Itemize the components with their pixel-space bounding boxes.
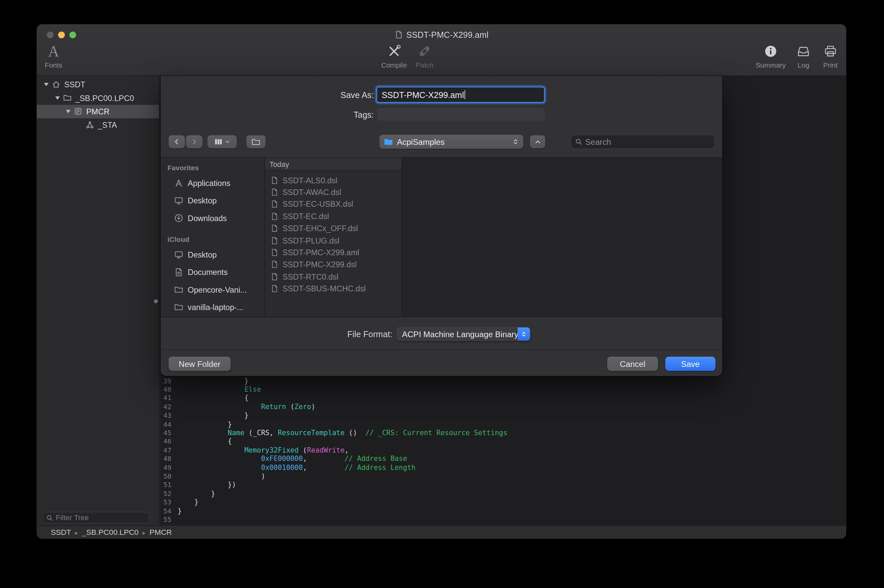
code-line-42: 42 Return (Zero) bbox=[160, 402, 846, 411]
file-item-ssdt-ehcx-off-dsl[interactable]: SSDT-EHCx_OFF.dsl bbox=[265, 222, 402, 234]
file-group-header: Today bbox=[265, 158, 402, 171]
code-text: Return (Zero) bbox=[174, 403, 315, 411]
save-as-value: SSDT-PMC-X299.aml bbox=[382, 90, 464, 100]
sidebar-item-label: Opencore-Vani... bbox=[188, 285, 247, 294]
code-line-48: 48 0xFE000000, // Address Base bbox=[160, 454, 846, 463]
splitter-handle[interactable] bbox=[154, 299, 158, 303]
code-line-45: 45 Name (_CRS, ResourceTemplate () // _C… bbox=[160, 429, 846, 437]
code-text: } bbox=[174, 377, 249, 385]
file-list-column: Today SSDT-ALS0.dslSSDT-AWAC.dslSSDT-EC-… bbox=[265, 158, 402, 317]
save-button[interactable]: Save bbox=[665, 357, 715, 371]
file-item-ssdt-als0-dsl[interactable]: SSDT-ALS0.dsl bbox=[265, 174, 402, 186]
sidebar-item-desktop[interactable]: Desktop bbox=[161, 192, 264, 209]
tags-label: Tags: bbox=[354, 110, 374, 120]
file-format-value: ACPI Machine Language Binary bbox=[402, 330, 518, 339]
line-number: 51 bbox=[160, 481, 174, 489]
title-row: SSDT-PMC-X299.aml bbox=[37, 29, 846, 40]
file-item-ssdt-ec-dsl[interactable]: SSDT-EC.dsl bbox=[265, 210, 402, 222]
cancel-button[interactable]: Cancel bbox=[607, 357, 658, 371]
toolbar-log-button[interactable]: Log bbox=[788, 42, 819, 74]
line-number: 53 bbox=[160, 498, 174, 506]
sidebar-item-label: Downloads bbox=[188, 213, 227, 222]
tags-input[interactable] bbox=[378, 108, 545, 121]
search-placeholder: Search bbox=[585, 137, 611, 146]
file-format-label: File Format: bbox=[347, 329, 392, 339]
sidebar-item-documents[interactable]: Documents bbox=[161, 263, 264, 280]
file-item-ssdt-rtc0-dsl[interactable]: SSDT-RTC0.dsl bbox=[265, 271, 402, 283]
tree-item-ssdt[interactable]: SSDT bbox=[37, 78, 159, 91]
search-input[interactable]: Search bbox=[570, 135, 715, 149]
sidebar-item-label: Applications bbox=[188, 178, 230, 187]
home-icon bbox=[52, 80, 61, 89]
desktop-icon bbox=[174, 196, 183, 205]
tree-item-sta[interactable]: _STA bbox=[37, 118, 159, 132]
file-item-ssdt-ec-usbx-dsl[interactable]: SSDT-EC-USBX.dsl bbox=[265, 198, 402, 210]
tree-item-sb-pc00-lpc0[interactable]: _SB.PC00.LPC0 bbox=[37, 91, 159, 105]
line-number: 43 bbox=[160, 411, 174, 419]
code-line-55: 55 bbox=[160, 515, 846, 524]
file-item-ssdt-sbus-mchc-dsl[interactable]: SSDT-SBUS-MCHC.dsl bbox=[265, 283, 402, 295]
sidebar-item-label: vanilla-laptop-... bbox=[188, 302, 243, 311]
file-item-ssdt-pmc-x299-dsl[interactable]: SSDT-PMC-X299.dsl bbox=[265, 258, 402, 271]
tree-item-label: _STA bbox=[98, 121, 117, 130]
file-item-ssdt-awac-dsl[interactable]: SSDT-AWAC.dsl bbox=[265, 186, 402, 198]
file-browser: Favorites ApplicationsDesktopDownloads i… bbox=[161, 158, 722, 317]
code-text: }) bbox=[174, 481, 236, 489]
acpi-tree: SSDT_SB.PC00.LPC0PMCR_STA bbox=[37, 78, 159, 132]
toolbar-summary-button[interactable]: Summary bbox=[755, 42, 786, 74]
line-number: 48 bbox=[160, 455, 174, 463]
back-button[interactable] bbox=[169, 135, 185, 148]
folder-action-button[interactable] bbox=[246, 135, 265, 148]
code-line-52: 52 } bbox=[160, 489, 846, 498]
save-as-input[interactable]: SSDT-PMC-X299.aml bbox=[377, 87, 545, 102]
file-item-ssdt-pmc-x299-aml[interactable]: SSDT-PMC-X299.aml bbox=[265, 246, 402, 258]
tree-item-label: SSDT bbox=[64, 80, 85, 89]
location-value: AcpiSamples bbox=[397, 137, 509, 146]
screen: SSDT-PMC-X299.aml A Fonts Compile Patch … bbox=[0, 0, 884, 588]
forward-button[interactable] bbox=[186, 135, 203, 148]
line-number: 52 bbox=[160, 490, 174, 498]
code-line-40: 40 Else bbox=[160, 385, 846, 394]
toolbar-patch-button[interactable]: Patch bbox=[409, 42, 440, 74]
toolbar-compile-button[interactable]: Compile bbox=[379, 42, 409, 74]
tree-item-pmcr[interactable]: PMCR bbox=[37, 105, 159, 118]
code-line-43: 43 } bbox=[160, 411, 846, 420]
disclosure-triangle-icon[interactable] bbox=[66, 110, 70, 113]
toolbar-print-button[interactable]: Print bbox=[815, 42, 846, 74]
sidebar-item-downloads[interactable]: Downloads bbox=[161, 209, 264, 226]
filter-tree-input[interactable]: Filter Tree bbox=[42, 512, 149, 524]
sidebar-item-opencore-vani[interactable]: Opencore-Vani... bbox=[161, 280, 264, 298]
new-folder-button[interactable]: New Folder bbox=[169, 357, 231, 371]
code-line-54: 54} bbox=[160, 507, 846, 515]
status-breadcrumb: SSDT▸_SB.PC00.LPC0▸PMCR bbox=[37, 525, 846, 538]
view-mode-button[interactable] bbox=[207, 135, 237, 148]
toolbar-summary-label: Summary bbox=[755, 62, 786, 70]
code-text: 0x00010000, // Address Length bbox=[174, 464, 416, 472]
folder-icon bbox=[252, 137, 261, 146]
line-number: 45 bbox=[160, 429, 174, 437]
sidebar-item-applications[interactable]: Applications bbox=[161, 174, 264, 192]
code-line-44: 44 } bbox=[160, 420, 846, 429]
code-text: } bbox=[174, 411, 249, 419]
code-text bbox=[174, 516, 182, 524]
sidebar-item-vanilla-laptop[interactable]: vanilla-laptop-... bbox=[161, 298, 264, 315]
sidebar-item-desktop[interactable]: Desktop bbox=[161, 246, 264, 263]
search-icon bbox=[46, 514, 53, 521]
disclosure-triangle-icon[interactable] bbox=[55, 96, 59, 100]
breadcrumb-item: SSDT bbox=[51, 528, 71, 537]
file-item-ssdt-plug-dsl[interactable]: SSDT-PLUG.dsl bbox=[265, 234, 402, 246]
document-icon bbox=[271, 273, 279, 280]
toolbar-fonts-button[interactable]: A Fonts bbox=[39, 42, 69, 74]
toolbar-log-label: Log bbox=[798, 62, 809, 70]
info-icon bbox=[763, 42, 778, 60]
line-number: 44 bbox=[160, 420, 174, 428]
disclosure-triangle-icon[interactable] bbox=[44, 83, 48, 86]
toolbar-print-label: Print bbox=[823, 62, 837, 70]
tray-icon bbox=[796, 42, 811, 60]
up-directory-button[interactable] bbox=[530, 135, 545, 148]
code-line-47: 47 Memory32Fixed (ReadWrite, bbox=[160, 446, 846, 454]
code-text: { bbox=[174, 438, 232, 446]
location-popup[interactable]: AcpiSamples bbox=[380, 135, 523, 149]
file-format-popup[interactable]: ACPI Machine Language Binary bbox=[396, 327, 531, 341]
code-line-51: 51 }) bbox=[160, 481, 846, 489]
